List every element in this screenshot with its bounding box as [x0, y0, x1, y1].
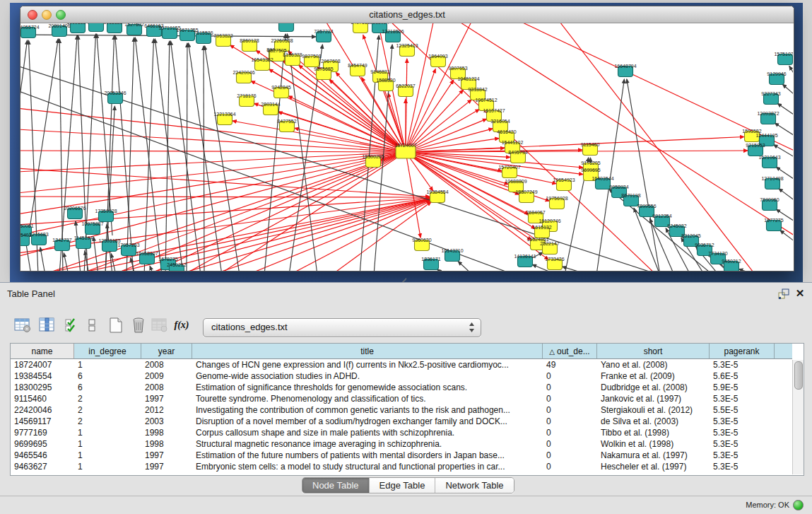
- column-header-year[interactable]: year: [141, 344, 192, 359]
- table-row[interactable]: 1938455462009Genome-wide association stu…: [11, 370, 792, 382]
- table-row[interactable]: 969969511998Structural magnetic resonanc…: [11, 438, 792, 450]
- column-header-pagerank[interactable]: pagerank: [710, 344, 775, 359]
- graph-node[interactable]: [107, 23, 122, 33]
- graph-node-label: 8186328: [283, 52, 302, 57]
- show-column-icon: [39, 317, 56, 333]
- table-cell: 2008: [141, 359, 192, 370]
- table-header-row: namein_degreeyeartitle△out_de...shortpag…: [11, 344, 803, 359]
- delete-table-icon: [151, 317, 168, 333]
- graph-node-label: 8495794: [508, 150, 527, 155]
- graph-node-label: 10995234: [66, 23, 88, 25]
- graph-node-label: 7690960: [760, 197, 779, 202]
- table-cell: 9115460: [11, 393, 74, 404]
- graph-node-label: 6497563: [351, 23, 370, 25]
- table-cell: 6: [74, 370, 141, 382]
- network-window[interactable]: citations_edges.txt 18724007183002951938…: [20, 6, 794, 271]
- memory-status-icon[interactable]: [793, 500, 804, 510]
- graph-node[interactable]: [89, 23, 104, 32]
- table-select-dropdown[interactable]: citations_edges.txt: [203, 318, 481, 337]
- table-row[interactable]: 911546021997Tourette syndrome. Phenomeno…: [11, 393, 792, 404]
- column-header-label: title: [360, 346, 374, 356]
- table-row[interactable]: 946554611997Estimation of the future num…: [11, 450, 792, 461]
- graph-node-label: 1864093: [428, 54, 447, 59]
- graph-node-label: 16543382: [251, 57, 273, 62]
- column-header-out_de[interactable]: △out_de...: [543, 344, 597, 359]
- table-tabs: Node TableEdge TableNetwork Table: [302, 477, 514, 493]
- network-window-titlebar[interactable]: citations_edges.txt: [20, 6, 794, 23]
- tab-node-table[interactable]: Node Table: [302, 478, 370, 493]
- table-cell: 1: [74, 438, 141, 450]
- table-cell: Franke et al. (2009): [597, 370, 710, 382]
- table-row[interactable]: 977716911998Corpus callosum shape and si…: [11, 427, 792, 438]
- graph-node-label: 16143210: [441, 248, 463, 253]
- function-builder-button[interactable]: f(x): [172, 315, 192, 336]
- graph-node-label: 9827508: [302, 54, 321, 59]
- column-header-label: short: [644, 346, 663, 356]
- graph-node-label: 7963822: [213, 33, 233, 38]
- table-cell: 0: [543, 438, 597, 450]
- window-title: citations_edges.txt: [20, 6, 794, 23]
- table-cell: 9699695: [11, 438, 74, 450]
- row-options-button[interactable]: [82, 315, 102, 336]
- new-column-button[interactable]: [106, 315, 126, 336]
- table-row[interactable]: 1872400712008Changes of HCN gene express…: [11, 359, 792, 370]
- graph-node-label: 20053346: [104, 90, 126, 95]
- table-row[interactable]: 2242004622012Investigating the contribut…: [11, 404, 792, 416]
- table-cell: 2008: [141, 382, 192, 393]
- tab-network-table[interactable]: Network Table: [435, 478, 513, 493]
- graph-node-label: 9699695: [581, 168, 600, 173]
- table-cell: 1997: [141, 393, 192, 404]
- table-cell: 5.6E-5: [710, 370, 775, 382]
- graph-node-label: 16403544: [592, 176, 613, 181]
- table-panel: Table Panel ✕: [0, 282, 812, 514]
- float-panel-icon[interactable]: [777, 288, 790, 300]
- graph-node-label: 1215683: [29, 232, 48, 237]
- column-header-name[interactable]: name: [11, 344, 74, 359]
- close-panel-icon[interactable]: ✕: [794, 287, 806, 300]
- table-cell: Structural magnetic resonance image aver…: [192, 438, 543, 450]
- graph-node-label: 8454749: [348, 63, 367, 68]
- table-panel-title: Table Panel: [7, 288, 55, 299]
- network-canvas[interactable]: 1872400718300295193845547963822886012889…: [20, 23, 793, 271]
- select-columns-button[interactable]: [62, 315, 82, 336]
- graph-node[interactable]: [353, 23, 368, 33]
- table-row[interactable]: 946362711997Embryonic stem cells: a mode…: [11, 461, 792, 472]
- column-header-label: in_degree: [88, 346, 126, 356]
- graph-node-label: 3216054: [490, 119, 510, 124]
- graph-node-label: 10481234: [457, 76, 479, 81]
- table-mode-button[interactable]: [13, 315, 33, 336]
- graph-node-label: 1733426: [545, 257, 564, 262]
- column-header-title[interactable]: title: [192, 344, 543, 359]
- column-header-in_degree[interactable]: in_degree: [74, 344, 141, 359]
- column-header-label: name: [31, 346, 52, 356]
- graph-node-label: 16107427: [483, 108, 505, 113]
- tab-edge-table[interactable]: Edge Table: [370, 478, 436, 493]
- table-scrollbar[interactable]: [792, 360, 804, 474]
- column-header-short[interactable]: short: [597, 344, 710, 359]
- table-row[interactable]: 1830029562008Estimation of significance …: [11, 382, 792, 393]
- delete-table-button: [150, 315, 170, 336]
- network-view-panel: citations_edges.txt 18724007183002951938…: [10, 3, 803, 282]
- graph-node-label: 10674512: [475, 98, 497, 103]
- graph-node-label: 10653287: [103, 23, 125, 25]
- table-cell: 1998: [141, 427, 192, 438]
- graph-node-label: 4616420: [497, 129, 516, 134]
- node-table: namein_degreeyeartitle△out_de...shortpag…: [10, 343, 804, 476]
- table-row[interactable]: 1456911722003Disruption of a novel membe…: [11, 416, 792, 427]
- table-cell: Stergiakouli et al. (2012): [597, 404, 710, 416]
- graph-node[interactable]: [279, 23, 294, 32]
- graph-node-label: 9215953: [746, 143, 765, 148]
- delete-column-button[interactable]: [129, 315, 148, 336]
- scrollbar-thumb[interactable]: [794, 361, 803, 390]
- table-cell: 19384554: [11, 370, 74, 382]
- column-header-label: year: [158, 346, 175, 356]
- graph-node-label: 20206576: [64, 206, 86, 211]
- show-column-button[interactable]: [37, 315, 57, 336]
- graph-node[interactable]: [71, 23, 86, 33]
- table-cell: Tibbo et al. (1998): [597, 427, 710, 438]
- select-columns-icon: [64, 317, 80, 333]
- graph-node-label: 7350061: [20, 223, 34, 228]
- graph-node-label: 9450212: [722, 259, 741, 264]
- table-cell: Investigating the contribution of common…: [192, 404, 543, 416]
- column-header-filler: [775, 344, 792, 359]
